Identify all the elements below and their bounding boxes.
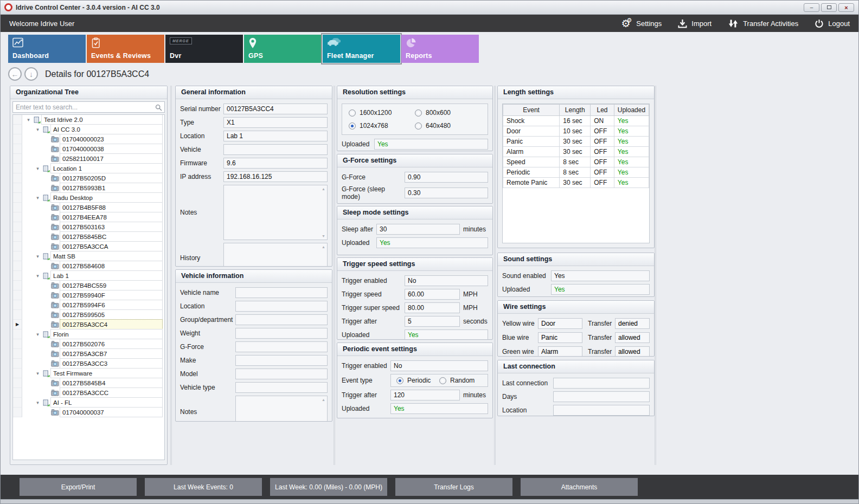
tree-row-location-1[interactable]: ▾Location 1: [13, 164, 164, 173]
tree-row-00127b4bc559[interactable]: 00127B4BC559: [13, 281, 164, 290]
blue-wire-input[interactable]: [538, 332, 582, 343]
green-wire-transfer-input[interactable]: [615, 346, 650, 357]
last-week-events-button[interactable]: Last Week Events: 0: [145, 478, 262, 496]
close-button[interactable]: ×: [838, 3, 854, 12]
radio-option-periodic[interactable]: Periodic: [396, 377, 439, 384]
transfer-activities-button[interactable]: Transfer Activities: [728, 19, 798, 28]
tree-row-matt-sb[interactable]: ▾Matt SB: [13, 251, 164, 261]
tree-row-ai-fl[interactable]: ▾AI - FL: [13, 398, 164, 408]
last-connection-input[interactable]: [553, 378, 650, 389]
uploaded-input[interactable]: [390, 403, 488, 414]
table-row[interactable]: Door10 secOFFYes: [503, 126, 649, 137]
trigger-super-speed-input[interactable]: [405, 302, 460, 313]
tab-dashboard[interactable]: Dashboard: [8, 35, 86, 63]
days-input[interactable]: [553, 391, 650, 402]
minimize-button[interactable]: –: [804, 3, 819, 12]
tree-row-00127b5a3cc4[interactable]: ▶00127B5A3CC4: [13, 320, 164, 329]
tab-dvr[interactable]: MERGEDvr: [165, 35, 243, 63]
tree-row-00127b50205d[interactable]: 00127B50205D: [13, 173, 164, 183]
radio-option-1024x768[interactable]: 1024x768: [349, 122, 415, 130]
make-input[interactable]: [235, 355, 328, 366]
tree-row-00127b5845bc[interactable]: 00127B5845BC: [13, 232, 164, 242]
uploaded-input[interactable]: [405, 203, 488, 204]
import-button[interactable]: Import: [678, 19, 711, 28]
expand-arrow-icon[interactable]: ▾: [34, 125, 41, 134]
tree-row-00127b502076[interactable]: 00127B502076: [13, 339, 164, 349]
expand-arrow-icon[interactable]: ▾: [34, 329, 41, 339]
tab-fleet-manager[interactable]: Fleet Manager: [323, 35, 400, 63]
tree-row-025821100017[interactable]: 025821100017: [13, 154, 164, 164]
firmware-input[interactable]: [223, 158, 328, 169]
trigger-after-input[interactable]: [390, 390, 460, 400]
tree-row-florin[interactable]: ▾Florin: [13, 329, 164, 339]
tab-events-reviews[interactable]: Events & Reviews: [87, 35, 164, 63]
g-force-sleep-mode-input[interactable]: [405, 188, 488, 198]
maximize-button[interactable]: [821, 3, 837, 12]
notes-textarea[interactable]: ▲▼: [223, 185, 328, 240]
uploaded-input[interactable]: [405, 329, 488, 340]
history-textarea[interactable]: ▲▼: [223, 243, 328, 267]
table-row[interactable]: Panic30 secOFFYes: [503, 137, 649, 147]
model-input[interactable]: [235, 369, 328, 379]
tree-row-00127b5994f6[interactable]: 00127B5994F6: [13, 300, 164, 310]
green-wire-input[interactable]: [538, 346, 582, 357]
blue-wire-transfer-input[interactable]: [615, 332, 650, 343]
trigger-enabled-input[interactable]: [390, 360, 488, 371]
expand-arrow-icon[interactable]: ▾: [34, 369, 41, 378]
search-input[interactable]: [12, 101, 165, 113]
yellow-wire-transfer-input[interactable]: [615, 318, 650, 329]
location-input[interactable]: [553, 405, 650, 416]
vehicle-name-input[interactable]: [235, 287, 328, 298]
export-print-button[interactable]: Export/Print: [20, 478, 137, 496]
radio-option-640x480[interactable]: 640x480: [415, 122, 481, 130]
tree-row-017040000037[interactable]: 017040000037: [13, 408, 164, 417]
tree-row-017040000023[interactable]: 017040000023: [13, 134, 164, 144]
expand-arrow-icon[interactable]: ▾: [34, 251, 41, 261]
serial-number-input[interactable]: [223, 104, 328, 114]
tab-gps[interactable]: GPS: [244, 35, 322, 63]
column-splitter[interactable]: [655, 86, 656, 465]
group-department-input[interactable]: [235, 314, 328, 325]
vehicle-input[interactable]: [223, 144, 328, 155]
tree-row-00127b5a3cca[interactable]: 00127B5A3CCA: [13, 242, 164, 251]
trigger-enabled-input[interactable]: [405, 275, 488, 286]
radio-option-1600x1200[interactable]: 1600x1200: [349, 109, 415, 117]
tree-row-radu-desktop[interactable]: ▾Radu Desktop: [13, 193, 164, 203]
uploaded-input[interactable]: [551, 284, 650, 295]
tree-row-00127b5a3ccc[interactable]: 00127B5A3CCC: [13, 388, 164, 398]
notes-textarea[interactable]: ▲▼: [235, 396, 328, 422]
ip-address-input[interactable]: [223, 171, 328, 182]
column-splitter[interactable]: [334, 86, 335, 465]
column-splitter[interactable]: [494, 86, 496, 465]
attachments-button[interactable]: Attachments: [521, 478, 638, 496]
radio-option-random[interactable]: Random: [439, 377, 482, 384]
type-input[interactable]: [223, 117, 328, 128]
table-row[interactable]: Periodic8 secOFFYes: [503, 167, 649, 178]
tree-row-lab-1[interactable]: ▾Lab 1: [13, 271, 164, 281]
trigger-speed-input[interactable]: [405, 289, 460, 300]
expand-arrow-icon[interactable]: ▾: [34, 398, 41, 408]
back-button[interactable]: ←: [8, 67, 22, 81]
tree-row-00127b584608[interactable]: 00127B584608: [13, 261, 164, 271]
yellow-wire-input[interactable]: [538, 318, 582, 329]
table-row[interactable]: Speed8 secOFFYes: [503, 157, 649, 167]
table-row[interactable]: Alarm30 secOFFYes: [503, 147, 649, 157]
expand-arrow-icon[interactable]: ▾: [34, 193, 41, 203]
column-splitter[interactable]: [170, 86, 172, 465]
tree-row-00127b599505[interactable]: 00127B599505: [13, 310, 164, 320]
tree-row-ai-cc-3-0[interactable]: ▾AI CC 3.0: [13, 125, 164, 134]
vehicle-type-input[interactable]: [235, 382, 328, 393]
expand-arrow-icon[interactable]: ▾: [34, 164, 41, 173]
location-input[interactable]: [235, 301, 328, 312]
sound-enabled-input[interactable]: [551, 270, 650, 281]
trigger-after-input[interactable]: [405, 316, 460, 327]
search-icon[interactable]: [155, 104, 162, 113]
table-row[interactable]: Shock16 secONYes: [503, 116, 649, 126]
logout-button[interactable]: Logout: [815, 19, 850, 28]
g-force-input[interactable]: [235, 341, 328, 352]
expand-arrow-icon[interactable]: ▾: [25, 115, 32, 125]
tree-row-test-idrive-2-0[interactable]: ▾Test Idrive 2.0: [13, 115, 164, 125]
last-week-button[interactable]: Last Week: 0.00 (Miles) - 0.00 (MPH): [270, 478, 387, 496]
sleep-after-input[interactable]: [376, 224, 460, 235]
tree-row-017040000038[interactable]: 017040000038: [13, 144, 164, 154]
